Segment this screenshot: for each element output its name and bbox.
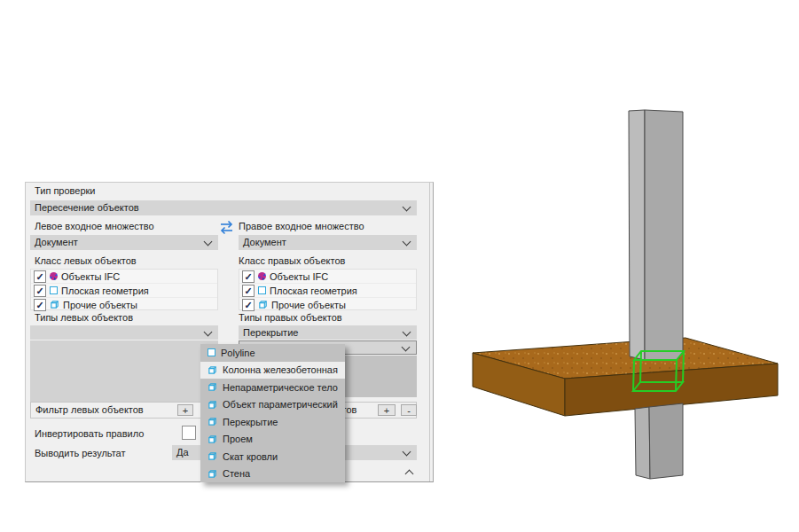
right-class-list: ✓ Объекты IFC ✓ Плоская геометрия ✓ Проч… bbox=[239, 269, 417, 310]
invert-rule-label: Инвертировать правило bbox=[35, 428, 144, 439]
chevron-down-icon bbox=[403, 448, 411, 457]
right-types-label: Типы правых объектов bbox=[239, 312, 342, 323]
class-item-label: Объекты IFC bbox=[270, 271, 328, 282]
check-type-select[interactable]: Пересечение объектов bbox=[30, 200, 417, 215]
chevron-down-icon bbox=[403, 328, 411, 337]
dropdown-item[interactable]: Объект параметрический bbox=[200, 396, 345, 414]
dropdown-item-label: Проем bbox=[223, 434, 253, 444]
list-item: ✓ Прочие объекты bbox=[239, 298, 416, 311]
dropdown-item-label: Объект параметрический bbox=[223, 399, 338, 410]
left-set-select[interactable]: Документ bbox=[30, 235, 218, 250]
chevron-up-icon bbox=[404, 469, 413, 478]
flat-geometry-icon bbox=[258, 286, 266, 294]
list-item: ✓ Плоская геометрия bbox=[239, 284, 416, 298]
left-set-value: Документ bbox=[35, 237, 78, 247]
class-item-label: Прочие объекты bbox=[271, 300, 346, 310]
column-upper-front-face bbox=[645, 110, 683, 360]
list-item: ✓ Объекты IFC bbox=[31, 270, 217, 284]
chevron-down-icon bbox=[204, 238, 213, 246]
add-left-filter-button[interactable]: + bbox=[177, 404, 193, 416]
class-item-label: Объекты IFC bbox=[61, 271, 120, 282]
left-filter-row: Фильтр левых объектов + bbox=[30, 402, 218, 419]
checkbox[interactable]: ✓ bbox=[34, 285, 46, 297]
solid-body-icon bbox=[208, 400, 217, 410]
swap-sets-icon[interactable] bbox=[219, 220, 234, 235]
checkbox[interactable]: ✓ bbox=[242, 299, 255, 311]
class-item-label: Прочие объекты bbox=[63, 300, 137, 310]
flat-geometry-icon bbox=[50, 286, 58, 294]
chevron-down-icon bbox=[204, 328, 213, 337]
checkbox[interactable]: ✓ bbox=[242, 270, 255, 283]
dropdown-item[interactable]: Колонна железобетонная bbox=[200, 362, 345, 379]
right-types-select[interactable]: Перекрытие bbox=[239, 325, 417, 340]
dropdown-item-label: Polyline bbox=[221, 348, 255, 358]
dropdown-item[interactable]: Polyline bbox=[200, 344, 345, 362]
left-types-listbox[interactable] bbox=[30, 340, 218, 403]
checkbox[interactable]: ✓ bbox=[34, 270, 46, 283]
solid-body-icon bbox=[208, 451, 217, 461]
left-types-label: Типы левых объектов bbox=[35, 312, 133, 323]
flat-geometry-icon bbox=[208, 348, 215, 356]
class-item-label: Плоская геометрия bbox=[61, 286, 149, 296]
remove-right-filter-button[interactable]: - bbox=[401, 404, 417, 416]
solid-body-icon bbox=[208, 434, 217, 444]
left-filter-label: Фильтр левых объектов bbox=[35, 404, 144, 415]
ifc-objects-icon bbox=[258, 272, 266, 280]
types-dropdown-popup: Polyline Колонна железобетонная Непараме… bbox=[200, 344, 345, 482]
solid-body-icon bbox=[208, 382, 217, 392]
list-item: ✓ Объекты IFC bbox=[239, 270, 416, 284]
dropdown-item-label: Стена bbox=[223, 468, 250, 479]
left-class-list: ✓ Объекты IFC ✓ Плоская геометрия ✓ Проч… bbox=[30, 269, 218, 310]
dropdown-item-label: Колонна железобетонная bbox=[223, 364, 338, 375]
dropdown-item-label: Непараметрическое тело bbox=[223, 382, 338, 393]
output-result-value: Да bbox=[176, 447, 189, 458]
solid-body-icon bbox=[208, 417, 217, 426]
dropdown-item[interactable]: Проем bbox=[200, 431, 345, 449]
check-type-value: Пересечение объектов bbox=[35, 202, 139, 213]
chevron-down-icon bbox=[402, 343, 411, 352]
dropdown-item[interactable]: Непараметрическое тело bbox=[200, 379, 345, 396]
right-class-label: Класс правых объектов bbox=[239, 255, 345, 266]
left-class-label: Класс левых объектов bbox=[35, 255, 137, 266]
dropdown-item[interactable]: Скат кровли bbox=[200, 448, 345, 466]
solid-body-icon bbox=[208, 365, 217, 375]
right-set-value: Документ bbox=[243, 237, 286, 247]
solid-body-icon bbox=[208, 469, 217, 479]
column bbox=[629, 110, 683, 360]
dropdown-item[interactable]: Перекрытие bbox=[200, 413, 345, 431]
list-item: ✓ Прочие объекты bbox=[31, 298, 217, 311]
checkbox[interactable]: ✓ bbox=[34, 299, 46, 311]
column-lower-left-face bbox=[635, 407, 650, 479]
dropdown-item[interactable]: Стена bbox=[200, 466, 345, 483]
other-objects-icon bbox=[50, 300, 59, 309]
right-types-value: Перекрытие bbox=[243, 327, 298, 338]
chevron-down-icon bbox=[403, 203, 411, 212]
add-right-filter-button[interactable]: + bbox=[378, 404, 396, 416]
check-type-label: Тип проверки bbox=[35, 185, 96, 196]
list-item: ✓ Плоская геометрия bbox=[31, 284, 217, 298]
output-result-label: Выводить результат bbox=[35, 448, 126, 458]
dropdown-item-label: Скат кровли bbox=[223, 451, 278, 462]
right-set-select[interactable]: Документ bbox=[239, 235, 417, 250]
chevron-down-icon bbox=[403, 238, 411, 246]
ifc-objects-icon bbox=[50, 272, 58, 280]
column-lower-front-face bbox=[649, 403, 683, 479]
application-window: Тип проверки Пересечение объектов Левое … bbox=[0, 0, 799, 532]
dropdown-item-label: Перекрытие bbox=[223, 417, 278, 427]
invert-rule-checkbox[interactable] bbox=[182, 426, 196, 440]
right-set-label: Правое входное множество bbox=[239, 221, 364, 231]
left-types-select[interactable] bbox=[30, 325, 218, 340]
collapse-panel-button[interactable] bbox=[400, 466, 418, 481]
column-upper-left-face bbox=[629, 110, 645, 360]
left-set-label: Левое входное множество bbox=[35, 221, 154, 231]
checkbox[interactable]: ✓ bbox=[242, 285, 255, 297]
other-objects-icon bbox=[258, 300, 268, 309]
class-item-label: Плоская геометрия bbox=[270, 286, 357, 296]
